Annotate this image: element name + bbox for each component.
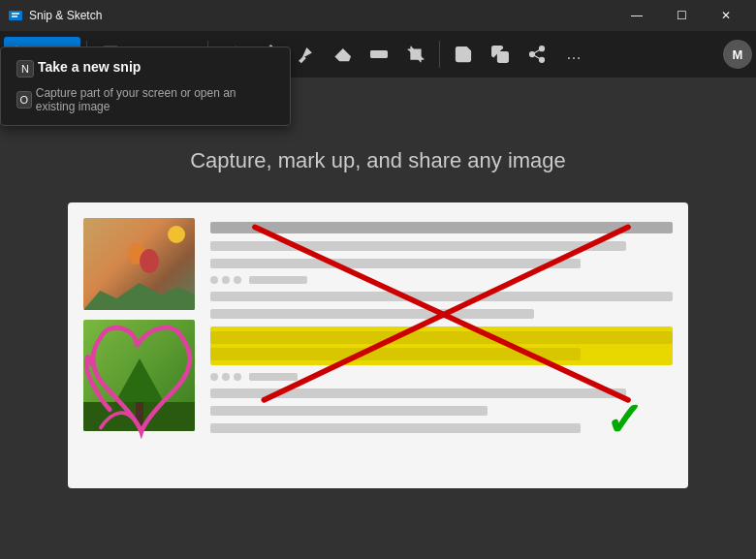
- svg-point-17: [530, 52, 535, 57]
- app-icon: [8, 8, 23, 23]
- content-line-3: [210, 259, 581, 268]
- highlight-line-1: [210, 331, 673, 344]
- title-bar-controls: — ☐ ✕: [614, 0, 748, 31]
- main-content: Capture, mark up, and share any image: [0, 78, 756, 559]
- dot-3: [234, 276, 241, 284]
- minimize-button[interactable]: —: [614, 0, 659, 31]
- content-line-8: [210, 423, 581, 433]
- ruler-icon: [369, 45, 389, 64]
- mountains-shape: [83, 271, 195, 310]
- highlighter-button[interactable]: [288, 37, 323, 72]
- highlight-line-2: [210, 348, 581, 360]
- dot-2: [222, 276, 230, 284]
- thumbnail-1: [83, 218, 195, 310]
- copy-button[interactable]: [483, 37, 518, 72]
- shortcut-o-badge: O: [16, 91, 32, 109]
- content-line-5: [210, 309, 534, 319]
- toolbar-separator-3: [439, 41, 440, 68]
- eraser-button[interactable]: [325, 37, 360, 72]
- close-button[interactable]: ✕: [704, 0, 748, 31]
- tree-top: [115, 358, 164, 402]
- toolbar-right: M: [723, 40, 752, 69]
- preview-content: ✓: [210, 218, 673, 473]
- dot-1: [210, 276, 218, 284]
- green-checkmark: ✓: [605, 397, 644, 444]
- save-button[interactable]: [446, 37, 481, 72]
- main-heading: Capture, mark up, and share any image: [190, 148, 566, 173]
- content-line-6: [210, 388, 626, 398]
- new-snip-tooltip: N Take a new snip O Capture part of your…: [0, 47, 291, 126]
- dot-5: [222, 373, 230, 381]
- crop-button[interactable]: [398, 37, 433, 72]
- thumbnail-2: [83, 320, 195, 431]
- crop-icon: [406, 45, 425, 64]
- title-bar: Snip & Sketch — ☐ ✕: [0, 0, 756, 31]
- dot-6: [234, 373, 241, 381]
- content-line-7: [210, 406, 488, 416]
- dot-label: [249, 276, 307, 284]
- dots-row-2: [210, 373, 673, 381]
- dots-row: [210, 276, 673, 284]
- shortcut-n-badge: N: [16, 60, 34, 78]
- sun-shape: [168, 226, 185, 243]
- svg-point-18: [540, 57, 545, 62]
- ellipsis-icon: …: [566, 46, 582, 63]
- tooltip-subtitle: Capture part of your screen or open an e…: [36, 86, 274, 113]
- balloon-red: [140, 249, 159, 273]
- preview-thumbnails: [83, 218, 195, 473]
- highlighter-icon: [296, 45, 315, 64]
- save-icon: [454, 45, 473, 64]
- svg-line-20: [534, 49, 540, 52]
- more-options-button[interactable]: …: [556, 37, 591, 72]
- preview-card: ✓: [68, 202, 688, 488]
- svg-rect-0: [9, 11, 22, 20]
- content-line-4: [210, 292, 673, 301]
- title-bar-left: Snip & Sketch: [8, 8, 102, 23]
- tooltip-title: Take a new snip: [38, 59, 141, 75]
- app-title: Snip & Sketch: [29, 9, 102, 22]
- dot-label-2: [249, 373, 298, 381]
- svg-point-16: [540, 47, 545, 51]
- dot-4: [210, 373, 218, 381]
- thumbnail-2-wrapper: [83, 320, 195, 431]
- content-line-1: [210, 222, 673, 233]
- user-avatar[interactable]: M: [723, 40, 752, 69]
- copy-icon: [490, 45, 510, 64]
- maximize-button[interactable]: ☐: [659, 0, 704, 31]
- content-line-2: [210, 241, 626, 251]
- highlight-section: [210, 326, 673, 365]
- eraser-icon: [332, 45, 352, 64]
- share-button[interactable]: [520, 37, 554, 72]
- share-icon: [527, 45, 547, 64]
- svg-rect-10: [371, 51, 388, 58]
- svg-line-19: [534, 55, 540, 58]
- ruler-button[interactable]: [362, 37, 396, 72]
- svg-rect-15: [498, 52, 509, 63]
